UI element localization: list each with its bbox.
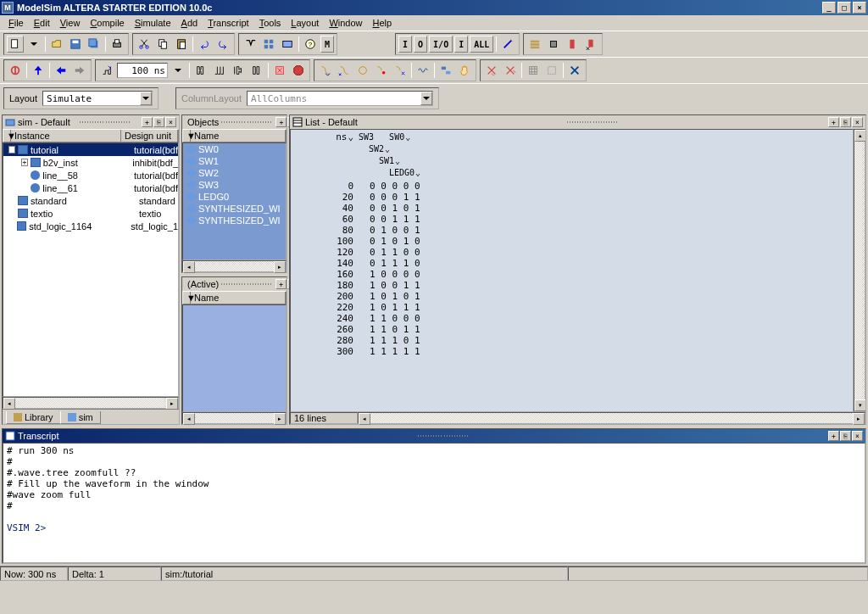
print-button[interactable] bbox=[108, 36, 125, 53]
hand-button[interactable] bbox=[456, 62, 473, 79]
menu-simulate[interactable]: Simulate bbox=[130, 17, 176, 29]
list-row[interactable]: 1801 0 0 1 1 bbox=[291, 280, 853, 291]
run-time-input[interactable] bbox=[117, 63, 168, 78]
save-button[interactable] bbox=[67, 36, 84, 53]
list-row[interactable]: 2001 0 1 0 1 bbox=[291, 291, 853, 302]
clear-x-button[interactable] bbox=[566, 62, 583, 79]
menu-tools[interactable]: Tools bbox=[254, 17, 287, 29]
io-io-button[interactable]: I/O bbox=[429, 36, 453, 53]
object-row[interactable]: SW0 bbox=[183, 143, 286, 155]
object-row[interactable]: LEDG0 bbox=[183, 191, 286, 203]
open-button[interactable] bbox=[48, 36, 65, 53]
run-step-button[interactable] bbox=[98, 62, 115, 79]
tree-row[interactable]: line__61tutorial(bdf bbox=[3, 181, 178, 194]
panel-add-button[interactable]: + bbox=[828, 431, 839, 441]
delete2-button[interactable] bbox=[502, 62, 519, 79]
menu-view[interactable]: View bbox=[55, 17, 86, 29]
paste-button[interactable] bbox=[173, 36, 190, 53]
layout-combo[interactable]: Simulate bbox=[42, 91, 153, 106]
run-button[interactable] bbox=[192, 62, 209, 79]
tree-row[interactable]: -tutorialtutorial(bdf bbox=[3, 143, 178, 156]
object-row[interactable]: SW1 bbox=[183, 155, 286, 167]
panel-add-button[interactable]: + bbox=[275, 279, 287, 289]
list-row[interactable]: 2601 1 0 1 1 bbox=[291, 324, 853, 335]
list-scroll-h[interactable]: ◂▸ bbox=[358, 412, 865, 424]
trace4-button[interactable] bbox=[373, 62, 390, 79]
copy-button[interactable] bbox=[154, 36, 171, 53]
run-all-button[interactable] bbox=[211, 62, 228, 79]
stack-button[interactable] bbox=[526, 36, 543, 53]
panel-add-button[interactable]: + bbox=[828, 117, 839, 127]
menu-window[interactable]: Window bbox=[324, 17, 367, 29]
list-row[interactable]: 00 0 0 0 0 bbox=[291, 181, 853, 192]
objects-scroll-h[interactable]: ◂▸ bbox=[182, 260, 287, 272]
locals-button[interactable] bbox=[437, 62, 454, 79]
help-button[interactable]: ? bbox=[302, 36, 319, 53]
menu-help[interactable]: Help bbox=[368, 17, 398, 29]
tab-sim[interactable]: sim bbox=[60, 411, 101, 424]
menu-edit[interactable]: Edit bbox=[29, 17, 55, 29]
panel-undock-button[interactable]: ⎘ bbox=[840, 117, 851, 127]
sim-tree[interactable]: -tutorialtutorial(bdf+b2v_instinhibit(bd… bbox=[3, 142, 179, 397]
menu-file[interactable]: File bbox=[3, 17, 29, 29]
panel-close-button[interactable]: × bbox=[165, 117, 176, 127]
io-o-button[interactable]: O bbox=[414, 36, 427, 53]
list-row[interactable]: 400 0 1 0 1 bbox=[291, 203, 853, 214]
list-body[interactable]: ns⌄ SW3 SW0⌄ SW2⌄ SW1⌄ LEDG0⌄ 00 0 0 0 0… bbox=[290, 129, 854, 412]
trace5-button[interactable] bbox=[392, 62, 409, 79]
panel-close-button[interactable]: × bbox=[852, 431, 863, 441]
tree-row[interactable]: std_logic_1164std_logic_1 bbox=[3, 220, 178, 232]
waves-button[interactable] bbox=[415, 62, 431, 79]
active-column-header[interactable]: ▼ Name bbox=[182, 291, 287, 304]
list-row[interactable]: 2401 1 0 0 0 bbox=[291, 313, 853, 324]
modelsim-button[interactable]: M bbox=[320, 36, 334, 53]
wand-button[interactable] bbox=[499, 36, 516, 53]
panel-add-button[interactable]: + bbox=[142, 117, 153, 127]
break-button[interactable] bbox=[248, 62, 265, 79]
bookmark-button[interactable] bbox=[564, 36, 581, 53]
delete1-button[interactable] bbox=[483, 62, 500, 79]
list-row[interactable]: 200 0 0 1 1 bbox=[291, 192, 853, 203]
columnlayout-combo[interactable]: AllColumns bbox=[247, 91, 433, 106]
panel-undock-button[interactable]: ⎘ bbox=[840, 431, 851, 441]
grid2-button[interactable] bbox=[543, 62, 560, 79]
list-row[interactable]: 2801 1 1 0 1 bbox=[291, 335, 853, 346]
step-out-button[interactable] bbox=[7, 62, 24, 79]
active-scroll-h[interactable]: ◂▸ bbox=[182, 412, 287, 424]
maximize-button[interactable]: □ bbox=[837, 2, 851, 14]
sim-column-header[interactable]: ▼ Instance Design unit bbox=[3, 129, 179, 142]
tree-row[interactable]: +b2v_instinhibit(bdf_ bbox=[3, 156, 178, 169]
tree-row[interactable]: line__58tutorial(bdf bbox=[3, 169, 178, 181]
tree-row[interactable]: standardstandard bbox=[3, 194, 178, 207]
list-row[interactable]: 800 1 0 0 1 bbox=[291, 225, 853, 236]
menu-add[interactable]: Add bbox=[176, 17, 203, 29]
io-all-button[interactable]: ALL bbox=[470, 36, 493, 53]
panel-undock-button[interactable]: ⎘ bbox=[153, 117, 164, 127]
undo-button[interactable] bbox=[196, 36, 213, 53]
bookmark-x-button[interactable] bbox=[582, 36, 599, 53]
time-dropdown[interactable] bbox=[170, 62, 186, 79]
panel-add-button[interactable]: + bbox=[275, 117, 287, 127]
panel-close-button[interactable]: × bbox=[852, 117, 863, 127]
grid1-button[interactable] bbox=[525, 62, 542, 79]
list-row[interactable]: 1000 1 0 1 0 bbox=[291, 236, 853, 247]
object-row[interactable]: SYNTHESIZED_WI bbox=[183, 215, 286, 226]
redo-button[interactable] bbox=[214, 36, 231, 53]
list-row[interactable]: 1200 1 1 0 0 bbox=[291, 247, 853, 258]
objects-column-header[interactable]: ▼ Name bbox=[182, 129, 287, 142]
list-scroll-v[interactable]: ▴▾ bbox=[854, 129, 865, 412]
list-row[interactable]: 1400 1 1 1 0 bbox=[291, 258, 853, 269]
objects-tree[interactable]: SW0SW1SW2SW3LEDG0SYNTHESIZED_WISYNTHESIZ… bbox=[182, 142, 287, 260]
tree-row[interactable]: textiotextio bbox=[3, 207, 178, 220]
trace3-button[interactable] bbox=[354, 62, 371, 79]
tab-library[interactable]: Library bbox=[6, 411, 61, 424]
cut-button[interactable] bbox=[136, 36, 153, 53]
close-button[interactable]: × bbox=[853, 2, 866, 14]
compile-button[interactable] bbox=[260, 36, 277, 53]
list-row[interactable]: 600 0 1 1 1 bbox=[291, 214, 853, 225]
menu-compile[interactable]: Compile bbox=[85, 17, 129, 29]
object-row[interactable]: SYNTHESIZED_WI bbox=[183, 203, 286, 215]
io-i2-button[interactable]: I bbox=[454, 36, 468, 53]
back-button[interactable] bbox=[53, 62, 70, 79]
list-row[interactable]: 2201 0 1 1 1 bbox=[291, 302, 853, 313]
